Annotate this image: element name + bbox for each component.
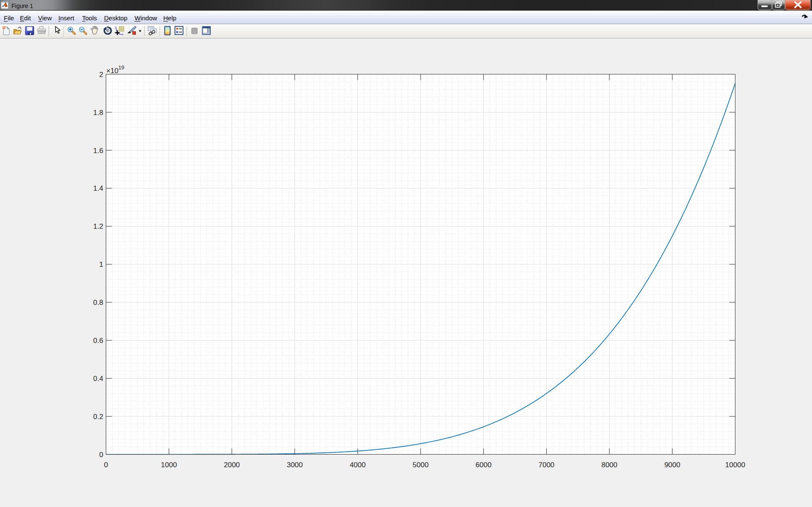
svg-text:2: 2	[99, 71, 103, 79]
svg-text:0: 0	[99, 451, 103, 459]
svg-text:1000: 1000	[161, 461, 177, 469]
svg-text:1.2: 1.2	[93, 222, 103, 230]
svg-text:6000: 6000	[476, 461, 492, 469]
svg-text:0: 0	[104, 461, 108, 469]
svg-text:8000: 8000	[601, 461, 617, 469]
svg-text:1.8: 1.8	[93, 109, 103, 117]
svg-text:1.6: 1.6	[93, 147, 103, 155]
svg-text:0.2: 0.2	[93, 413, 103, 421]
svg-text:4000: 4000	[350, 461, 366, 469]
svg-text:10000: 10000	[725, 461, 745, 469]
svg-text:3000: 3000	[287, 461, 303, 469]
svg-text:×1019: ×1019	[106, 65, 124, 75]
svg-text:0.4: 0.4	[93, 375, 103, 383]
svg-text:7000: 7000	[538, 461, 554, 469]
svg-text:1.4: 1.4	[93, 184, 103, 192]
svg-text:9000: 9000	[664, 461, 680, 469]
svg-text:0.6: 0.6	[93, 337, 103, 345]
svg-text:0.8: 0.8	[93, 299, 103, 307]
svg-text:2000: 2000	[224, 461, 240, 469]
svg-text:5000: 5000	[413, 461, 429, 469]
svg-text:1: 1	[99, 260, 103, 269]
